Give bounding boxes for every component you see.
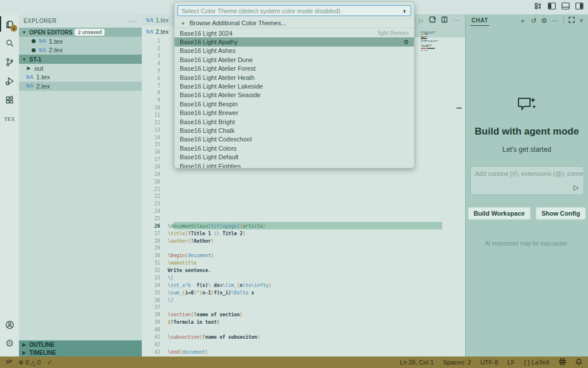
theme-item[interactable]: Base16 Light Ashes xyxy=(175,47,414,55)
remote-indicator-icon[interactable] xyxy=(5,358,12,366)
indentation[interactable]: Spaces: 2 xyxy=(443,359,471,366)
explorer-icon[interactable]: 2 xyxy=(0,14,19,33)
code-line[interactable]: 29 xyxy=(142,244,465,252)
chat-more-icon[interactable]: ··· xyxy=(552,17,559,25)
theme-item[interactable]: Base16 Light Apathy⚙ xyxy=(175,37,414,46)
theme-label: Base16 Light Atelier Forest xyxy=(180,65,256,72)
open-editor-item[interactable]: TeX1.tex xyxy=(19,37,142,46)
theme-item[interactable]: Base16 Light Eighties xyxy=(175,162,414,168)
chat-tab[interactable]: CHAT xyxy=(470,16,489,26)
printer-icon[interactable] xyxy=(559,358,566,366)
theme-item[interactable]: Base16 Light Codeschool xyxy=(175,135,414,144)
theme-item[interactable]: Base16 Light Chalk xyxy=(175,126,414,135)
build-workspace-button[interactable]: Build Workspace xyxy=(468,207,531,220)
code-line[interactable]: 36\] xyxy=(142,296,465,304)
history-icon[interactable]: ↺ xyxy=(531,17,536,25)
explorer-more-icon[interactable]: ··· xyxy=(129,17,137,25)
code-line[interactable]: 24 xyxy=(142,208,465,215)
braces-icon: { } xyxy=(524,359,529,366)
tex-extension-icon[interactable]: TEX xyxy=(0,109,19,128)
code-line[interactable]: 28\author{!Author} xyxy=(142,237,465,244)
split-editor-icon[interactable] xyxy=(429,16,436,24)
encoding[interactable]: UTF-8 xyxy=(480,359,498,366)
chat-settings-gear-icon[interactable]: ⚙ xyxy=(541,17,547,25)
latex-check-icon[interactable]: ✓ xyxy=(47,359,52,366)
code-line[interactable]: 39$!formula in text$ xyxy=(142,319,465,326)
code-line[interactable]: 41\subsection{!name of subseciton} xyxy=(142,333,465,340)
code-line[interactable]: 22 xyxy=(142,193,465,200)
toggle-panel-icon[interactable] xyxy=(562,2,570,10)
color-mode-icon[interactable]: ◐ xyxy=(403,7,407,15)
new-chat-icon[interactable]: ＋ xyxy=(519,16,526,26)
code-line[interactable]: 30\begin{document} xyxy=(142,252,465,259)
code-line[interactable]: 21 xyxy=(142,185,465,193)
theme-gear-icon[interactable]: ⚙ xyxy=(403,39,409,46)
code-line[interactable]: 20 xyxy=(142,178,465,185)
theme-item[interactable]: Base16 Light Atelier Heath xyxy=(175,73,414,82)
code-line[interactable]: 38\section{!name of section} xyxy=(142,311,465,319)
code-line[interactable]: 32Write sentence. xyxy=(142,267,465,274)
code-line[interactable]: 37 xyxy=(142,304,465,311)
tab-1tex[interactable]: TeX 1.tex xyxy=(142,14,175,26)
theme-item[interactable]: Base16 Light Atelier Seaside xyxy=(175,91,414,99)
code-line[interactable]: 35\sum_{i=0}^{n-1}f(x_i)\Delta x xyxy=(142,289,465,296)
split-columns-icon[interactable] xyxy=(441,16,448,24)
code-line[interactable]: 33\[ xyxy=(142,274,465,282)
theme-item[interactable]: Base16 Light Atelier Lakeside xyxy=(175,82,414,90)
customize-layout-icon[interactable] xyxy=(535,2,542,10)
tab-2tex[interactable]: TeX 2.tex xyxy=(142,26,175,37)
close-icon[interactable]: × xyxy=(579,17,583,25)
browse-themes-item[interactable]: ＋ Browse Additional Color Themes... xyxy=(175,18,414,28)
theme-item[interactable]: Base16 Light Bespin xyxy=(175,99,414,108)
show-config-button[interactable]: Show Config xyxy=(536,207,586,220)
search-icon[interactable] xyxy=(0,33,19,52)
tree-item-out[interactable]: ▶out xyxy=(19,64,142,73)
settings-gear-icon[interactable]: ⚙ xyxy=(0,334,19,353)
open-editors-header[interactable]: ▼ OPEN EDITORS 2 unsaved xyxy=(19,28,142,37)
toggle-primary-sidebar-icon[interactable] xyxy=(548,2,556,10)
run-and-debug-icon[interactable] xyxy=(0,71,19,90)
code-line[interactable]: 25 xyxy=(142,215,465,223)
workspace-folder-header[interactable]: ▼ ST-1 xyxy=(19,55,142,64)
theme-item[interactable]: Base16 Light 3024light themes xyxy=(175,29,414,37)
extensions-icon[interactable] xyxy=(0,90,19,109)
line-number: 37 xyxy=(142,304,168,310)
minimap[interactable] xyxy=(421,32,439,51)
code-line[interactable]: 31\maketitle xyxy=(142,259,465,267)
tree-item-1.tex[interactable]: TeX1.tex xyxy=(19,73,142,82)
theme-item[interactable]: Base16 Light Brewer xyxy=(175,109,414,117)
code-line[interactable]: 27\title{!Title 1 \\ Title 2} xyxy=(142,229,465,237)
code-line[interactable]: 42 xyxy=(142,340,465,348)
code-line[interactable]: 23 xyxy=(142,200,465,208)
code-line[interactable]: 43\end{document} xyxy=(142,348,465,355)
theme-item[interactable]: Base16 Light Default xyxy=(175,152,414,161)
language-mode[interactable]: { } LaTeX xyxy=(524,359,550,366)
expand-icon[interactable] xyxy=(568,17,575,25)
timeline-section[interactable]: ▶ TIMELINE xyxy=(19,348,142,356)
outline-section[interactable]: ▶ OUTLINE xyxy=(19,340,142,348)
code-line[interactable]: 26\documentclass[titlepage]{article} xyxy=(142,222,465,229)
code-line[interactable]: 19 xyxy=(142,170,465,178)
bell-icon[interactable] xyxy=(575,358,582,366)
eol[interactable]: LF xyxy=(508,359,515,366)
problems-indicator[interactable]: ⊗ 0 △ 0 xyxy=(18,359,41,366)
tree-item-2.tex[interactable]: TeX2.tex xyxy=(19,82,142,91)
account-icon[interactable] xyxy=(0,315,19,334)
line-number: 6 xyxy=(142,75,168,81)
cursor-position[interactable]: Ln 26, Col 1 xyxy=(400,359,434,366)
theme-item[interactable]: Base16 Light Bright xyxy=(175,117,414,126)
toggle-secondary-sidebar-icon[interactable] xyxy=(575,2,583,10)
build-run-icon[interactable]: ▷ xyxy=(419,17,424,24)
open-editor-item[interactable]: TeX2.tex xyxy=(19,46,142,55)
theme-item[interactable]: Base16 Light Atelier Forest xyxy=(175,64,414,73)
send-icon[interactable]: ▷ xyxy=(574,183,579,191)
scrollbar-thumb[interactable] xyxy=(457,108,462,109)
palette-input[interactable]: Select Color Theme (detect system color … xyxy=(177,5,411,16)
chat-input[interactable]: Add context (#), extensions (@), command… xyxy=(470,166,584,195)
editor-more-icon[interactable]: ··· xyxy=(453,17,459,24)
code-line[interactable]: 40 xyxy=(142,326,465,334)
theme-item[interactable]: Base16 Light Atelier Dune xyxy=(175,55,414,64)
source-control-icon[interactable] xyxy=(0,52,19,71)
code-line[interactable]: 34\int_a^b f(x)\ dx=\lim_{n\to\infty} xyxy=(142,281,465,289)
theme-item[interactable]: Base16 Light Colors xyxy=(175,144,414,152)
